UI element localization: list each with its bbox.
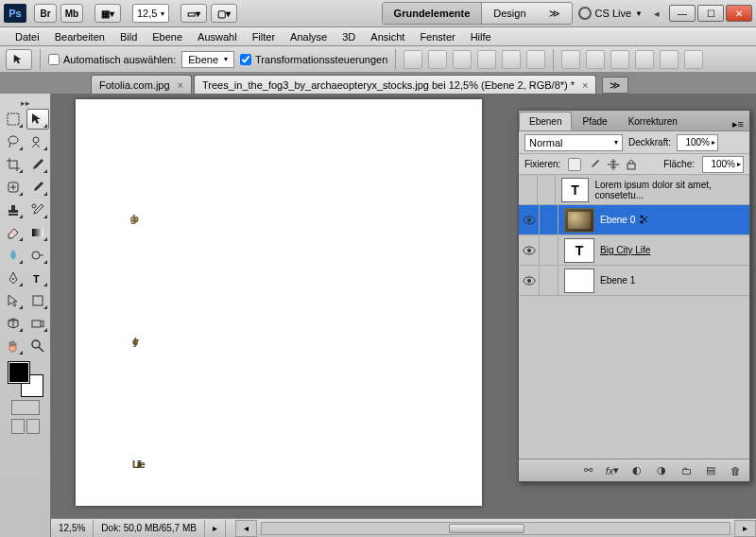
- align-left-button[interactable]: [477, 50, 496, 69]
- panel-menu-icon[interactable]: ▸≡: [727, 118, 749, 130]
- workspace-tab-grundelemente[interactable]: Grundelemente: [383, 3, 483, 24]
- distribute-vcenter-button[interactable]: [586, 50, 605, 69]
- path-select-tool[interactable]: [2, 290, 25, 311]
- stamp-tool[interactable]: [2, 199, 25, 220]
- screen-mode-toggle[interactable]: [11, 419, 40, 434]
- align-hcenter-button[interactable]: [502, 50, 521, 69]
- layer-thumbnail-blank[interactable]: [564, 268, 594, 293]
- menu-analyse[interactable]: Analyse: [283, 29, 335, 44]
- arrange-documents-button[interactable]: ▭▾: [180, 4, 207, 23]
- lock-all-icon[interactable]: [627, 159, 636, 170]
- document-tab-active[interactable]: Trees_in_the_fog3_by_archaeopteryx_stock…: [194, 75, 596, 94]
- window-close-button[interactable]: ✕: [726, 5, 752, 22]
- layer-thumbnail-text[interactable]: T: [561, 178, 590, 202]
- horizontal-scrollbar[interactable]: [261, 522, 730, 535]
- lock-position-icon[interactable]: [608, 159, 619, 170]
- minibridge-button[interactable]: Mb: [60, 4, 83, 23]
- panel-tab-pfade[interactable]: Pfade: [572, 112, 617, 130]
- align-bottom-button[interactable]: [453, 50, 472, 69]
- layer-mask-button[interactable]: ◐: [628, 463, 645, 478]
- brush-tool[interactable]: [26, 177, 49, 198]
- workspace-tab-design[interactable]: Design: [482, 3, 537, 24]
- history-brush-tool[interactable]: [26, 199, 49, 220]
- layer-visibility-toggle[interactable]: [519, 235, 540, 265]
- align-top-button[interactable]: [404, 50, 422, 69]
- menu-ansicht[interactable]: Ansicht: [363, 29, 412, 44]
- document-canvas[interactable]: big big city city Life Life: [76, 99, 482, 506]
- layer-style-button[interactable]: fx▾: [604, 463, 621, 478]
- scrollbar-thumb[interactable]: [449, 524, 524, 533]
- menu-filter[interactable]: Filter: [245, 29, 283, 44]
- menu-bild[interactable]: Bild: [112, 29, 145, 44]
- current-tool-indicator[interactable]: [6, 49, 32, 70]
- status-doc-size[interactable]: Dok: 50,0 MB/65,7 MB: [94, 520, 205, 537]
- distribute-left-button[interactable]: [635, 50, 654, 69]
- lock-pixels-icon[interactable]: [589, 159, 600, 170]
- dodge-tool[interactable]: [26, 245, 49, 266]
- lock-transparency-button[interactable]: [568, 158, 581, 171]
- eyedropper-tool[interactable]: [26, 154, 49, 175]
- zoom-tool[interactable]: [26, 336, 49, 356]
- auto-select-type[interactable]: Ebene: [181, 51, 234, 68]
- menu-auswahl[interactable]: Auswahl: [190, 29, 245, 44]
- close-icon[interactable]: ×: [582, 79, 588, 91]
- gradient-tool[interactable]: [26, 222, 49, 243]
- align-vcenter-button[interactable]: [428, 50, 447, 69]
- blur-tool[interactable]: [2, 245, 25, 266]
- layer-visibility-toggle[interactable]: [519, 205, 540, 234]
- menu-bearbeiten[interactable]: Bearbeiten: [47, 29, 112, 44]
- healing-tool[interactable]: [2, 177, 25, 198]
- shape-tool[interactable]: [26, 290, 49, 311]
- new-layer-button[interactable]: ▤: [702, 463, 719, 478]
- fill-input[interactable]: 100%: [702, 156, 744, 173]
- hand-tool[interactable]: [2, 336, 25, 356]
- layer-name[interactable]: Ebene 0: [600, 215, 635, 225]
- collapse-icon[interactable]: ◂: [648, 4, 665, 23]
- cslive-button[interactable]: CS Live ▼: [578, 7, 643, 20]
- panel-tab-ebenen[interactable]: Ebenen: [519, 112, 572, 130]
- view-extras-button[interactable]: ▦▾: [94, 4, 121, 23]
- layer-name[interactable]: Lorem ipsum dolor sit amet, consetetu...: [594, 180, 749, 200]
- menu-3d[interactable]: 3D: [335, 29, 363, 44]
- close-icon[interactable]: ×: [178, 79, 183, 91]
- hscroll-left[interactable]: ◂: [235, 520, 257, 537]
- delete-layer-button[interactable]: 🗑: [727, 463, 744, 478]
- toolbox-collapse[interactable]: ▸▸: [2, 97, 48, 109]
- layer-thumbnail-text[interactable]: T: [564, 238, 594, 263]
- layer-group-button[interactable]: 🗀: [678, 463, 695, 478]
- bridge-button[interactable]: Br: [34, 4, 57, 23]
- lasso-tool[interactable]: [2, 131, 25, 152]
- distribute-right-button[interactable]: [684, 50, 703, 69]
- link-layers-button[interactable]: ⚯: [579, 463, 596, 478]
- workspace-more[interactable]: ≫: [538, 3, 572, 24]
- distribute-hcenter-button[interactable]: [660, 50, 679, 69]
- document-tab-inactive[interactable]: Fotolia.com.jpg ×: [91, 75, 192, 94]
- quick-select-tool[interactable]: [26, 131, 49, 152]
- auto-select-checkbox[interactable]: Automatisch auswählen:: [48, 54, 176, 65]
- distribute-top-button[interactable]: [561, 50, 580, 69]
- layer-row[interactable]: Ebene 1: [519, 266, 749, 296]
- pen-tool[interactable]: [2, 268, 25, 288]
- foreground-color-swatch[interactable]: [9, 362, 29, 383]
- layer-visibility-toggle[interactable]: [519, 266, 540, 295]
- adjustment-layer-button[interactable]: ◑: [653, 463, 670, 478]
- layer-row[interactable]: T Big City Life: [519, 235, 749, 266]
- distribute-bottom-button[interactable]: [610, 50, 629, 69]
- type-tool[interactable]: T: [26, 268, 49, 288]
- layer-row-selected[interactable]: Ebene 0: [519, 205, 749, 235]
- document-tabs-overflow[interactable]: ≫: [602, 77, 628, 94]
- hscroll-right[interactable]: ▸: [734, 520, 756, 537]
- eraser-tool[interactable]: [2, 222, 25, 243]
- quick-mask-toggle[interactable]: [11, 400, 40, 415]
- window-maximize-button[interactable]: ☐: [697, 5, 724, 22]
- zoom-select[interactable]: 12,5: [132, 4, 169, 23]
- status-zoom[interactable]: 12,5%: [51, 520, 94, 537]
- window-minimize-button[interactable]: —: [669, 5, 696, 22]
- status-more[interactable]: ▸: [205, 520, 226, 537]
- screen-mode-button[interactable]: ▢▾: [211, 4, 237, 23]
- transform-controls-checkbox[interactable]: Transformationssteuerungen: [240, 54, 387, 65]
- 3d-camera-tool[interactable]: [26, 313, 49, 334]
- crop-tool[interactable]: [2, 154, 25, 175]
- layer-thumbnail-image[interactable]: [564, 208, 594, 233]
- menu-datei[interactable]: Datei: [8, 29, 47, 44]
